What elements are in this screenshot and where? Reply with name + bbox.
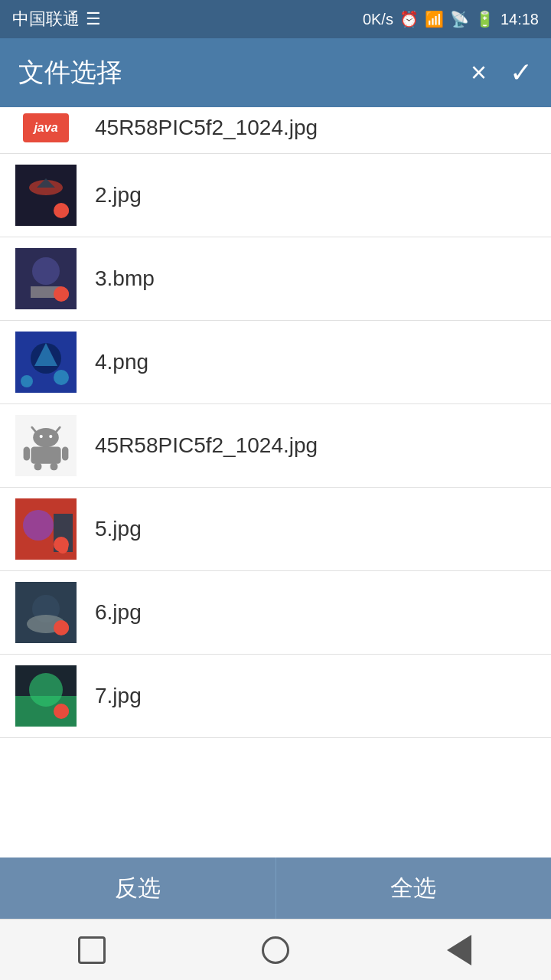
thumbnail-image	[15, 248, 77, 309]
list-item[interactable]: java 45R58PIC5f2_1024.jpg	[0, 107, 551, 154]
back-icon	[447, 935, 471, 965]
status-right: 0K/s ⏰ 📶 📡 🔋 14:18	[363, 10, 539, 28]
file-name: 3.bmp	[95, 266, 155, 291]
thumbnail-image	[15, 582, 77, 643]
file-thumb	[15, 165, 77, 226]
svg-point-23	[23, 510, 54, 541]
file-thumb	[15, 582, 77, 643]
file-name: 6.jpg	[95, 600, 142, 625]
file-name: 7.jpg	[95, 684, 142, 708]
invert-selection-button[interactable]: 反选	[0, 858, 276, 919]
wifi-icon: 📶	[425, 10, 444, 28]
list-item[interactable]: 6.jpg	[0, 571, 551, 655]
file-list: java 45R58PIC5f2_1024.jpg 2.jpg	[0, 107, 551, 861]
svg-point-3	[57, 204, 69, 217]
nav-home-button[interactable]	[256, 931, 295, 969]
thumbnail-image	[15, 165, 77, 226]
android-thumb	[15, 415, 77, 476]
close-button[interactable]: ×	[471, 57, 487, 89]
list-item[interactable]: 4.png	[0, 321, 551, 404]
thumb-svg	[15, 248, 77, 309]
file-thumb	[15, 665, 77, 727]
recents-icon	[78, 936, 106, 964]
svg-point-14	[33, 428, 59, 447]
svg-point-29	[57, 622, 69, 634]
svg-rect-19	[62, 446, 68, 460]
list-item[interactable]: 5.jpg	[0, 488, 551, 571]
battery-icon: 🔋	[475, 10, 494, 28]
confirm-button[interactable]: ✓	[510, 57, 533, 89]
svg-point-7	[57, 288, 69, 300]
svg-point-28	[27, 615, 65, 633]
status-left: 中国联通 ☰	[12, 8, 101, 31]
svg-point-16	[49, 435, 52, 438]
svg-rect-17	[31, 446, 60, 463]
svg-rect-6	[31, 286, 61, 298]
android-robot-icon	[19, 419, 73, 472]
time-text: 14:18	[500, 11, 539, 28]
thumbnail-image	[15, 665, 77, 727]
page-title: 文件选择	[18, 55, 122, 90]
file-thumb	[15, 498, 77, 560]
svg-point-11	[21, 375, 33, 387]
thumb-svg	[15, 498, 77, 560]
nav-back-button[interactable]	[440, 931, 478, 969]
svg-rect-24	[54, 514, 73, 552]
carrier-text: 中国联通	[12, 8, 80, 31]
bottom-action-bar: 反选 全选	[0, 858, 551, 919]
status-bar: 中国联通 ☰ 0K/s ⏰ 📶 📡 🔋 14:18	[0, 0, 551, 38]
svg-rect-20	[34, 462, 42, 470]
list-item[interactable]: 2.jpg	[0, 154, 551, 237]
list-item[interactable]: 45R58PIC5f2_1024.jpg	[0, 404, 551, 488]
list-item[interactable]: 7.jpg	[0, 655, 551, 738]
file-name: 45R58PIC5f2_1024.jpg	[95, 116, 318, 140]
svg-rect-18	[24, 446, 30, 460]
navigation-bar	[0, 919, 551, 980]
file-thumb-java: java	[15, 113, 77, 142]
file-name: 45R58PIC5f2_1024.jpg	[95, 433, 318, 458]
thumb-svg	[15, 332, 77, 393]
notification-icon: ☰	[86, 9, 101, 29]
signal-icon: 📡	[450, 10, 469, 28]
file-thumb	[15, 332, 77, 393]
file-thumb	[15, 248, 77, 309]
nav-recents-button[interactable]	[73, 931, 111, 969]
list-item[interactable]: 3.bmp	[0, 237, 551, 321]
select-all-button[interactable]: 全选	[276, 858, 552, 919]
home-icon	[262, 936, 289, 964]
thumbnail-image	[15, 498, 77, 560]
svg-point-25	[57, 543, 68, 554]
file-name: 4.png	[95, 350, 148, 374]
svg-point-5	[32, 257, 60, 285]
header-actions: × ✓	[471, 57, 533, 89]
file-thumb-android	[15, 415, 77, 476]
svg-rect-21	[51, 462, 58, 470]
thumb-svg	[15, 165, 77, 226]
thumbnail-image	[15, 332, 77, 393]
header: 文件选择 × ✓	[0, 38, 551, 107]
file-name: 2.jpg	[95, 183, 142, 207]
svg-point-15	[40, 435, 43, 438]
alarm-icon: ⏰	[399, 10, 419, 28]
thumb-svg	[15, 665, 77, 727]
speed-text: 0K/s	[363, 11, 393, 28]
svg-point-33	[57, 705, 69, 717]
svg-point-32	[29, 673, 63, 707]
java-icon: java	[23, 113, 69, 142]
thumb-svg	[15, 582, 77, 643]
file-name: 5.jpg	[95, 517, 142, 541]
